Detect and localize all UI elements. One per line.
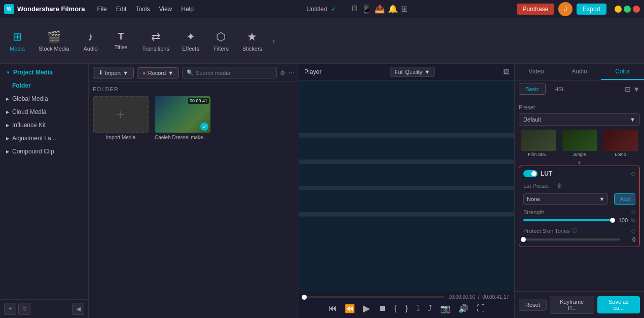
- preset-expand-icon[interactable]: ▼: [519, 160, 640, 166]
- strength-track[interactable]: [523, 219, 613, 221]
- lut-preset-row: Lut Preset 🗑: [523, 182, 635, 189]
- collapse-panel-button[interactable]: ◀: [72, 303, 84, 315]
- fullscreen-button[interactable]: ⛶: [475, 303, 487, 314]
- mark-in-button[interactable]: {: [392, 303, 399, 314]
- toolbar-item-effects[interactable]: ✦ Effects: [175, 26, 206, 56]
- toolbar-titles-label: Titles: [115, 44, 128, 50]
- folder-label: FOLDER: [93, 86, 295, 92]
- sidebar-item-project-media[interactable]: ▼ Project Media: [0, 66, 88, 79]
- sidebar-item-global-media[interactable]: ▶ Global Media: [0, 92, 88, 105]
- tab-video[interactable]: Video: [515, 64, 558, 80]
- sidebar-item-compound-clip[interactable]: ▶ Compound Clip: [0, 145, 88, 158]
- tab-audio[interactable]: Audio: [558, 64, 601, 80]
- minimize-button[interactable]: [615, 6, 622, 13]
- record-button[interactable]: ● Record ▼: [137, 67, 179, 78]
- stop-button[interactable]: ⏹: [376, 303, 388, 314]
- window-controls: [615, 6, 640, 13]
- toolbar-item-filters[interactable]: ⬡ Filters: [206, 26, 236, 56]
- toolbar-transitions-label: Transitions: [142, 46, 169, 52]
- toolbar-media-label: Media: [10, 46, 25, 52]
- search-box[interactable]: 🔍: [182, 67, 277, 78]
- menu-view[interactable]: View: [155, 4, 176, 14]
- lut-settings-icon[interactable]: ◇: [631, 170, 635, 177]
- keyframe-button[interactable]: Keyframe P...: [550, 296, 594, 314]
- snapshot-button[interactable]: 📷: [438, 303, 452, 314]
- subtab-basic[interactable]: Basic: [519, 84, 546, 95]
- reset-button[interactable]: Reset: [519, 299, 547, 311]
- toolbar-more-button[interactable]: ›: [268, 32, 279, 50]
- search-input[interactable]: [196, 70, 272, 76]
- skin-thumb[interactable]: [521, 237, 526, 242]
- menu-edit[interactable]: Edit: [112, 4, 131, 14]
- preset-item-lomo[interactable]: Lomo: [601, 130, 640, 157]
- export-button[interactable]: Export: [577, 4, 606, 15]
- svg-point-11: [299, 200, 330, 229]
- sidebar-item-cloud-media[interactable]: ▶ Cloud Media: [0, 105, 88, 118]
- compare-icon[interactable]: ⊡: [625, 85, 631, 93]
- subtab-icons: ⊡ ▼: [625, 85, 640, 93]
- skin-tones-info-icon[interactable]: ⓘ: [572, 227, 577, 234]
- menu-help[interactable]: Help: [177, 4, 198, 14]
- toolbar-item-media[interactable]: ⊞ Media: [2, 26, 32, 56]
- lut-header: LUT ◇: [523, 170, 635, 177]
- skin-track[interactable]: [523, 238, 620, 241]
- strength-diamond-icon[interactable]: ◇: [631, 209, 635, 215]
- toolbar-stickers-label: Stickers: [242, 46, 262, 52]
- volume-button[interactable]: 🔊: [456, 303, 471, 314]
- lut-toggle[interactable]: [523, 170, 538, 177]
- lut-select[interactable]: None ▼: [523, 193, 608, 205]
- skin-tones-label: Protect Skin Tones ⓘ: [523, 227, 577, 234]
- user-avatar[interactable]: J: [558, 2, 573, 16]
- play-button[interactable]: ▶: [361, 302, 372, 315]
- lut-add-button[interactable]: Add: [614, 193, 635, 205]
- more-options-icon[interactable]: ⋯: [289, 69, 295, 76]
- sidebar-item-influence-kit[interactable]: ▶ Influence Kit: [0, 118, 88, 132]
- media-item-video[interactable]: 00:00:41 ✓ Caeleb Dressel makes ...: [155, 96, 210, 140]
- preset-item-jungle[interactable]: Jungle: [560, 130, 599, 157]
- preset-item-film[interactable]: Film Sto...: [519, 130, 558, 157]
- lut-title: LUT: [541, 170, 552, 177]
- filters-icon: ⬡: [216, 30, 226, 44]
- list-view-button[interactable]: ≡: [18, 303, 30, 315]
- filter-icon[interactable]: ⚙: [280, 69, 285, 76]
- image-icon[interactable]: 🖼: [503, 68, 509, 75]
- toolbar-item-stickers[interactable]: ★ Stickers: [236, 26, 268, 56]
- close-button[interactable]: [633, 6, 640, 13]
- toolbar-item-stock-media[interactable]: 🎬 Stock Media: [32, 26, 76, 56]
- skip-back-button[interactable]: ⏮: [327, 303, 339, 314]
- strength-value: 100: [616, 217, 628, 223]
- toolbar-item-transitions[interactable]: ⇄ Transitions: [136, 26, 175, 56]
- quality-button[interactable]: Full Quality ▼: [390, 67, 435, 77]
- import-button[interactable]: ⬇ Import ▼: [93, 67, 134, 78]
- append-button[interactable]: ⤴: [426, 303, 434, 314]
- grid-icon[interactable]: ⊞: [401, 4, 408, 14]
- bell-icon[interactable]: 🔔: [388, 4, 398, 14]
- preset-select[interactable]: Default ▼: [519, 113, 640, 126]
- share-icon[interactable]: 📤: [375, 4, 385, 14]
- sidebar-item-adjustment[interactable]: ▶ Adjustment La...: [0, 132, 88, 145]
- lut-delete-icon[interactable]: 🗑: [557, 182, 563, 189]
- strength-thumb[interactable]: [610, 218, 615, 223]
- phone-icon[interactable]: 📱: [362, 4, 372, 14]
- saveas-button[interactable]: Save as cu...: [597, 296, 640, 313]
- subtab-hsl[interactable]: HSL: [548, 84, 571, 95]
- toolbar-item-titles[interactable]: T Titles: [106, 27, 136, 54]
- purchase-button[interactable]: Purchase: [517, 4, 555, 15]
- menu-file[interactable]: File: [93, 4, 111, 14]
- sidebar-item-folder[interactable]: Folder: [0, 79, 88, 92]
- subtab-more-icon[interactable]: ▼: [633, 85, 640, 93]
- progress-bar[interactable]: [304, 296, 444, 298]
- frame-back-button[interactable]: ⏪: [343, 303, 357, 314]
- skin-tones-diamond-icon[interactable]: ◇: [631, 228, 635, 234]
- new-folder-button[interactable]: +: [4, 303, 16, 315]
- monitor-icon[interactable]: 🖥: [350, 4, 359, 14]
- maximize-button[interactable]: [624, 6, 631, 13]
- insert-button[interactable]: ⤵: [414, 303, 422, 314]
- tab-color[interactable]: Color: [601, 64, 644, 80]
- menu-tools[interactable]: Tools: [131, 4, 154, 14]
- mark-out-button[interactable]: }: [403, 303, 410, 314]
- titles-icon: T: [118, 31, 124, 42]
- preset-thumb-film: [521, 130, 556, 151]
- media-item-import[interactable]: + Import Media: [93, 96, 149, 140]
- toolbar-item-audio[interactable]: ♪ Audio: [76, 26, 106, 56]
